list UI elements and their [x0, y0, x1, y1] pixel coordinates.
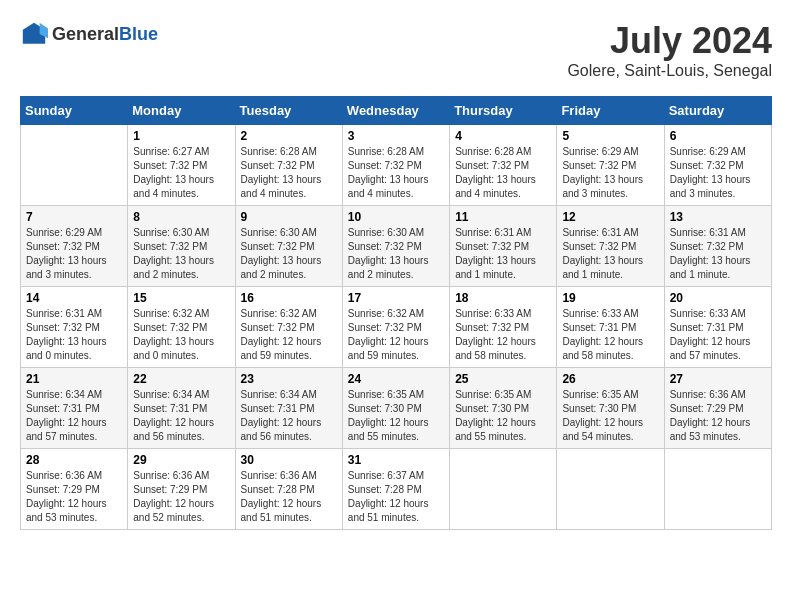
logo-icon	[20, 20, 48, 48]
week-row-1: 1Sunrise: 6:27 AMSunset: 7:32 PMDaylight…	[21, 125, 772, 206]
calendar-cell	[21, 125, 128, 206]
day-info: Sunrise: 6:33 AMSunset: 7:31 PMDaylight:…	[670, 307, 766, 363]
calendar-cell	[557, 449, 664, 530]
day-number: 15	[133, 291, 229, 305]
calendar-cell	[664, 449, 771, 530]
calendar-cell: 16Sunrise: 6:32 AMSunset: 7:32 PMDayligh…	[235, 287, 342, 368]
calendar-cell: 26Sunrise: 6:35 AMSunset: 7:30 PMDayligh…	[557, 368, 664, 449]
day-number: 23	[241, 372, 337, 386]
calendar-header: SundayMondayTuesdayWednesdayThursdayFrid…	[21, 97, 772, 125]
calendar-cell: 13Sunrise: 6:31 AMSunset: 7:32 PMDayligh…	[664, 206, 771, 287]
calendar-table: SundayMondayTuesdayWednesdayThursdayFrid…	[20, 96, 772, 530]
day-number: 18	[455, 291, 551, 305]
day-info: Sunrise: 6:34 AMSunset: 7:31 PMDaylight:…	[26, 388, 122, 444]
day-number: 7	[26, 210, 122, 224]
day-info: Sunrise: 6:36 AMSunset: 7:29 PMDaylight:…	[670, 388, 766, 444]
logo-blue: Blue	[119, 24, 158, 44]
day-number: 28	[26, 453, 122, 467]
day-number: 20	[670, 291, 766, 305]
day-number: 1	[133, 129, 229, 143]
day-info: Sunrise: 6:35 AMSunset: 7:30 PMDaylight:…	[562, 388, 658, 444]
day-info: Sunrise: 6:29 AMSunset: 7:32 PMDaylight:…	[26, 226, 122, 282]
month-year-title: July 2024	[567, 20, 772, 62]
calendar-cell: 19Sunrise: 6:33 AMSunset: 7:31 PMDayligh…	[557, 287, 664, 368]
calendar-cell: 23Sunrise: 6:34 AMSunset: 7:31 PMDayligh…	[235, 368, 342, 449]
calendar-cell: 20Sunrise: 6:33 AMSunset: 7:31 PMDayligh…	[664, 287, 771, 368]
day-info: Sunrise: 6:31 AMSunset: 7:32 PMDaylight:…	[670, 226, 766, 282]
day-number: 21	[26, 372, 122, 386]
week-row-4: 21Sunrise: 6:34 AMSunset: 7:31 PMDayligh…	[21, 368, 772, 449]
day-info: Sunrise: 6:28 AMSunset: 7:32 PMDaylight:…	[348, 145, 444, 201]
day-number: 8	[133, 210, 229, 224]
calendar-cell: 4Sunrise: 6:28 AMSunset: 7:32 PMDaylight…	[450, 125, 557, 206]
calendar-cell: 27Sunrise: 6:36 AMSunset: 7:29 PMDayligh…	[664, 368, 771, 449]
calendar-cell: 22Sunrise: 6:34 AMSunset: 7:31 PMDayligh…	[128, 368, 235, 449]
day-info: Sunrise: 6:28 AMSunset: 7:32 PMDaylight:…	[241, 145, 337, 201]
calendar-cell: 10Sunrise: 6:30 AMSunset: 7:32 PMDayligh…	[342, 206, 449, 287]
day-info: Sunrise: 6:37 AMSunset: 7:28 PMDaylight:…	[348, 469, 444, 525]
day-info: Sunrise: 6:34 AMSunset: 7:31 PMDaylight:…	[241, 388, 337, 444]
day-number: 29	[133, 453, 229, 467]
day-number: 26	[562, 372, 658, 386]
calendar-cell: 21Sunrise: 6:34 AMSunset: 7:31 PMDayligh…	[21, 368, 128, 449]
day-info: Sunrise: 6:36 AMSunset: 7:29 PMDaylight:…	[133, 469, 229, 525]
day-info: Sunrise: 6:29 AMSunset: 7:32 PMDaylight:…	[670, 145, 766, 201]
day-info: Sunrise: 6:32 AMSunset: 7:32 PMDaylight:…	[241, 307, 337, 363]
day-number: 17	[348, 291, 444, 305]
day-info: Sunrise: 6:35 AMSunset: 7:30 PMDaylight:…	[455, 388, 551, 444]
calendar-cell: 2Sunrise: 6:28 AMSunset: 7:32 PMDaylight…	[235, 125, 342, 206]
day-number: 2	[241, 129, 337, 143]
day-number: 22	[133, 372, 229, 386]
day-number: 10	[348, 210, 444, 224]
day-info: Sunrise: 6:31 AMSunset: 7:32 PMDaylight:…	[562, 226, 658, 282]
calendar-cell: 7Sunrise: 6:29 AMSunset: 7:32 PMDaylight…	[21, 206, 128, 287]
column-header-sunday: Sunday	[21, 97, 128, 125]
calendar-cell: 15Sunrise: 6:32 AMSunset: 7:32 PMDayligh…	[128, 287, 235, 368]
week-row-5: 28Sunrise: 6:36 AMSunset: 7:29 PMDayligh…	[21, 449, 772, 530]
day-info: Sunrise: 6:33 AMSunset: 7:32 PMDaylight:…	[455, 307, 551, 363]
day-info: Sunrise: 6:30 AMSunset: 7:32 PMDaylight:…	[241, 226, 337, 282]
calendar-cell: 25Sunrise: 6:35 AMSunset: 7:30 PMDayligh…	[450, 368, 557, 449]
day-number: 14	[26, 291, 122, 305]
day-info: Sunrise: 6:29 AMSunset: 7:32 PMDaylight:…	[562, 145, 658, 201]
logo-general: General	[52, 24, 119, 44]
column-header-wednesday: Wednesday	[342, 97, 449, 125]
day-number: 9	[241, 210, 337, 224]
day-number: 5	[562, 129, 658, 143]
location-subtitle: Golere, Saint-Louis, Senegal	[567, 62, 772, 80]
calendar-cell: 3Sunrise: 6:28 AMSunset: 7:32 PMDaylight…	[342, 125, 449, 206]
calendar-cell: 29Sunrise: 6:36 AMSunset: 7:29 PMDayligh…	[128, 449, 235, 530]
day-info: Sunrise: 6:31 AMSunset: 7:32 PMDaylight:…	[455, 226, 551, 282]
day-number: 13	[670, 210, 766, 224]
day-number: 30	[241, 453, 337, 467]
calendar-cell: 6Sunrise: 6:29 AMSunset: 7:32 PMDaylight…	[664, 125, 771, 206]
day-number: 27	[670, 372, 766, 386]
week-row-2: 7Sunrise: 6:29 AMSunset: 7:32 PMDaylight…	[21, 206, 772, 287]
calendar-cell: 9Sunrise: 6:30 AMSunset: 7:32 PMDaylight…	[235, 206, 342, 287]
calendar-cell: 14Sunrise: 6:31 AMSunset: 7:32 PMDayligh…	[21, 287, 128, 368]
calendar-cell: 12Sunrise: 6:31 AMSunset: 7:32 PMDayligh…	[557, 206, 664, 287]
calendar-body: 1Sunrise: 6:27 AMSunset: 7:32 PMDaylight…	[21, 125, 772, 530]
day-number: 31	[348, 453, 444, 467]
day-info: Sunrise: 6:27 AMSunset: 7:32 PMDaylight:…	[133, 145, 229, 201]
day-info: Sunrise: 6:31 AMSunset: 7:32 PMDaylight:…	[26, 307, 122, 363]
day-number: 16	[241, 291, 337, 305]
calendar-cell: 17Sunrise: 6:32 AMSunset: 7:32 PMDayligh…	[342, 287, 449, 368]
week-row-3: 14Sunrise: 6:31 AMSunset: 7:32 PMDayligh…	[21, 287, 772, 368]
day-number: 4	[455, 129, 551, 143]
calendar-cell	[450, 449, 557, 530]
day-info: Sunrise: 6:34 AMSunset: 7:31 PMDaylight:…	[133, 388, 229, 444]
calendar-cell: 30Sunrise: 6:36 AMSunset: 7:28 PMDayligh…	[235, 449, 342, 530]
day-info: Sunrise: 6:30 AMSunset: 7:32 PMDaylight:…	[348, 226, 444, 282]
day-number: 11	[455, 210, 551, 224]
calendar-cell: 11Sunrise: 6:31 AMSunset: 7:32 PMDayligh…	[450, 206, 557, 287]
title-block: July 2024 Golere, Saint-Louis, Senegal	[567, 20, 772, 80]
column-header-saturday: Saturday	[664, 97, 771, 125]
day-info: Sunrise: 6:36 AMSunset: 7:28 PMDaylight:…	[241, 469, 337, 525]
day-info: Sunrise: 6:33 AMSunset: 7:31 PMDaylight:…	[562, 307, 658, 363]
day-info: Sunrise: 6:35 AMSunset: 7:30 PMDaylight:…	[348, 388, 444, 444]
day-number: 6	[670, 129, 766, 143]
day-number: 12	[562, 210, 658, 224]
day-number: 24	[348, 372, 444, 386]
day-info: Sunrise: 6:32 AMSunset: 7:32 PMDaylight:…	[348, 307, 444, 363]
